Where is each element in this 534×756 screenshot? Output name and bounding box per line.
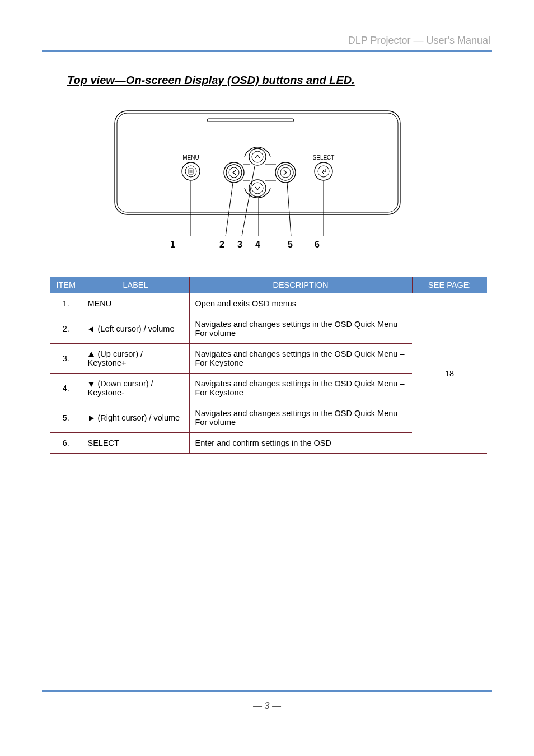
cell-item: 6.	[50, 433, 82, 454]
cell-label: (Right cursor) / volume	[82, 403, 189, 433]
cell-desc: Navigates and changes settings in the OS…	[189, 403, 412, 433]
svg-point-23	[315, 162, 332, 180]
table-header-row: ITEM LABEL DESCRIPTION SEE PAGE:	[50, 277, 487, 293]
svg-rect-2	[207, 119, 294, 122]
cell-item: 2.	[50, 314, 82, 344]
cell-label: MENU	[82, 293, 189, 314]
cell-seepage: 18	[412, 293, 487, 454]
left-arrow-icon	[88, 326, 95, 333]
bottom-divider	[42, 690, 492, 692]
cell-desc: Enter and confirm settings in the OSD	[189, 433, 412, 454]
col-item: ITEM	[50, 277, 82, 293]
svg-point-16	[280, 167, 291, 178]
callout-2: 2	[219, 240, 224, 250]
cell-item: 3.	[50, 344, 82, 374]
dpad-up-button	[245, 147, 270, 165]
callout-1: 1	[170, 240, 175, 250]
svg-marker-31	[88, 326, 93, 332]
svg-point-11	[224, 162, 244, 183]
cell-desc: Navigates and changes settings in the OS…	[189, 344, 412, 374]
cell-label: (Left cursor) / volume	[82, 314, 189, 344]
cell-desc: Open and exits OSD menus	[189, 293, 412, 314]
brand-header: DLP Projector — User's Manual	[348, 35, 490, 46]
osd-diagram: MENU	[112, 106, 403, 260]
col-label: LABEL	[82, 277, 189, 293]
cell-item: 1.	[50, 293, 82, 314]
svg-point-12	[226, 165, 242, 180]
svg-line-26	[226, 183, 233, 236]
svg-point-24	[318, 166, 329, 177]
cell-desc: Navigates and changes settings in the OS…	[189, 374, 412, 403]
cell-item: 4.	[50, 374, 82, 403]
diagram-label-menu: MENU	[182, 155, 199, 161]
osd-buttons-table: ITEM LABEL DESCRIPTION SEE PAGE: 1. MENU…	[50, 277, 487, 454]
dpad-down-button	[245, 180, 270, 198]
dpad-right-button	[275, 162, 296, 183]
col-page: SEE PAGE:	[412, 277, 487, 293]
cell-desc: Navigates and changes settings in the OS…	[189, 314, 412, 344]
svg-line-27	[242, 166, 255, 236]
svg-point-13	[229, 167, 239, 178]
svg-point-14	[275, 162, 296, 183]
svg-marker-33	[88, 382, 94, 387]
svg-marker-32	[88, 352, 94, 357]
cell-label: (Up cursor) / Keystone+	[82, 344, 189, 374]
table-row: 1. MENU Open and exits OSD menus 18	[50, 293, 487, 314]
callout-6: 6	[315, 240, 320, 250]
top-divider	[42, 50, 492, 52]
page-number: — 3 —	[0, 701, 534, 711]
callout-4: 4	[255, 240, 260, 250]
svg-marker-34	[89, 416, 94, 421]
section-title: Top view—On-screen Display (OSD) buttons…	[67, 74, 355, 87]
cell-label: SELECT	[82, 433, 189, 454]
svg-point-18	[252, 183, 263, 194]
cell-item: 5.	[50, 403, 82, 433]
right-arrow-icon	[88, 415, 95, 422]
col-desc: DESCRIPTION	[189, 277, 412, 293]
diagram-label-select: SELECT	[313, 155, 335, 161]
svg-line-29	[287, 183, 291, 236]
up-arrow-icon	[88, 351, 95, 358]
down-arrow-icon	[88, 381, 95, 388]
callout-3: 3	[237, 240, 242, 250]
cell-label: (Down cursor) / Keystone-	[82, 374, 189, 403]
svg-point-15	[278, 165, 293, 180]
callout-5: 5	[288, 240, 293, 250]
svg-point-10	[252, 151, 263, 162]
dpad-left-button	[224, 162, 244, 183]
